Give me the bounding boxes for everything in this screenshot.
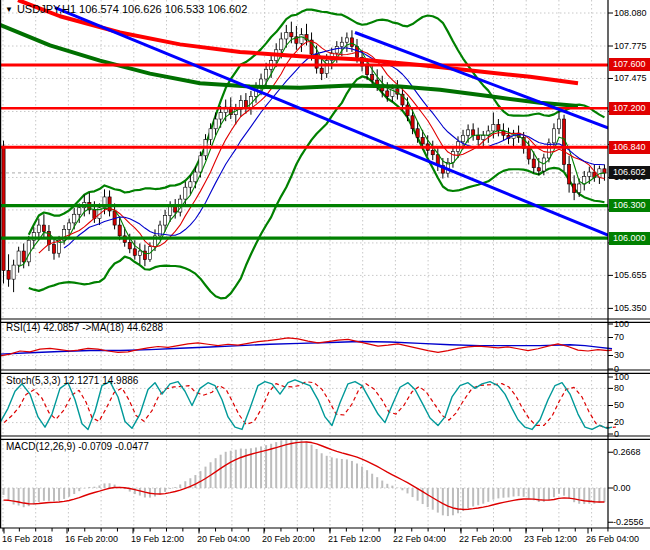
time-axis-label: 19 Feb 12:00 (131, 534, 184, 544)
time-axis-label: 20 Feb 20:00 (262, 534, 315, 544)
rsi-axis-label: 30 (614, 350, 624, 360)
time-axis-label: 16 Feb 20:00 (65, 534, 118, 544)
stoch-axis-label: 100 (614, 372, 629, 382)
time-axis-label: 26 Feb 04:00 (586, 534, 639, 544)
time-axis-label: 23 Feb 12:00 (524, 534, 577, 544)
stoch-axis-label: 20 (614, 417, 624, 427)
chart-title: ▼USDJPY,H1 106.574 106.626 106.533 106.6… (5, 3, 247, 15)
macd-axis-label: -0.2556 (613, 517, 644, 527)
time-axis-label: 16 Feb 2018 (2, 534, 53, 544)
price-axis-label: 107.475 (614, 73, 647, 83)
main-price-panel[interactable] (0, 0, 615, 298)
trading-chart-window: ▼USDJPY,H1 106.574 106.626 106.533 106.6… (0, 0, 650, 550)
macd-indicator-label: MACD(12,26,9) -0.0709 -0.0477 (6, 441, 149, 452)
price-chart-canvas[interactable] (0, 0, 650, 550)
symbol-quote-text: USDJPY,H1 106.574 106.626 106.533 106.60… (17, 3, 247, 15)
stoch-axis-label: 0 (614, 429, 619, 439)
price-level-label: 106.300 (609, 199, 650, 212)
rsi-axis-label: 70 (614, 332, 624, 342)
price-axis-label: 108.080 (614, 8, 647, 18)
stoch-axis-label: 80 (614, 383, 624, 393)
price-level-label: 107.200 (609, 102, 650, 115)
macd-axis-label: 0.2668 (613, 447, 641, 457)
macd-axis-label: 0.00 (613, 483, 631, 493)
price-axis-label: 107.775 (614, 41, 647, 51)
rsi-axis-label: 100 (614, 319, 629, 329)
rsi-indicator-label: RSI(14) 42.0857 ->MA(18) 44.6288 (6, 322, 163, 333)
time-axis-label: 21 Feb 12:00 (328, 534, 381, 544)
time-axis-label: 20 Feb 04:00 (197, 534, 250, 544)
price-level-label: 107.600 (609, 58, 650, 71)
stoch-axis-label: 50 (614, 400, 624, 410)
symbol-dropdown-icon[interactable]: ▼ (5, 5, 13, 14)
time-axis-label: 22 Feb 20:00 (459, 534, 512, 544)
stoch-indicator-label: Stoch(5,3,3) 12.1271 14.9886 (6, 375, 138, 386)
price-axis-label: 105.350 (614, 303, 647, 313)
price-level-label: 106.000 (609, 232, 650, 245)
price-level-label: 106.840 (609, 141, 650, 154)
time-axis-label: 22 Feb 04:00 (393, 534, 446, 544)
price-axis-label: 105.655 (614, 270, 647, 280)
current-price-label: 106.602 (609, 166, 650, 179)
